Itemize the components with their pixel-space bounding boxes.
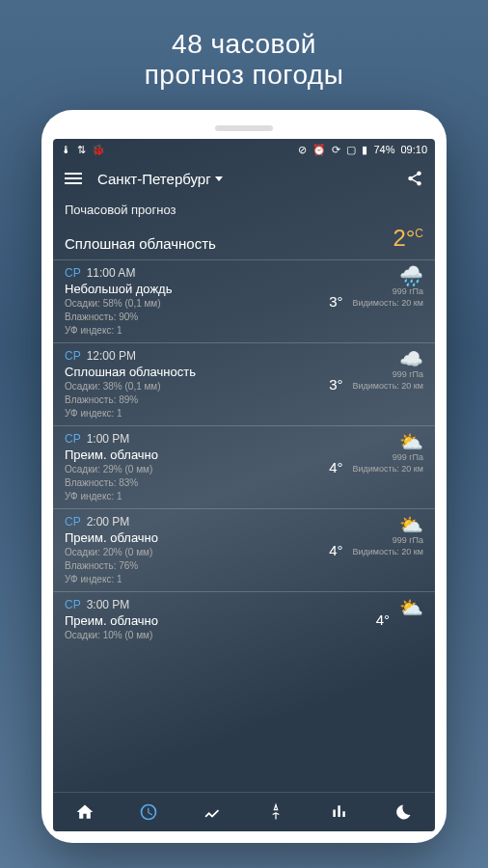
hourly-row[interactable]: СР1:00 PMПреим. облачноОсадки: 29% (0 мм… (53, 425, 435, 508)
condition-label: Преим. облачно (65, 530, 319, 545)
hour-temp: 3° (329, 293, 342, 310)
humidity-label: Влажность: 89% (65, 393, 319, 406)
phone-frame: 🌡 ⇅ 🐞 ⊘ ⏰ ⟳ ▢ ▮ 74% 09:10 Санкт-Петербур… (41, 110, 447, 843)
weather-icon: ⛅ (399, 598, 423, 617)
hourly-row[interactable]: СР12:00 PMСплошная облачностьОсадки: 38%… (53, 342, 435, 425)
weather-icon: ⛅ (399, 515, 423, 534)
uv-label: УФ индекс: 1 (65, 407, 319, 420)
battery-percent: 74% (373, 144, 394, 155)
bottom-nav (53, 792, 435, 831)
condition-label: Небольшой дождь (65, 282, 319, 296)
visibility-label: Видимость: 20 км (353, 464, 423, 475)
weather-icon: ⛅ (399, 432, 423, 451)
weather-icon: 🌧️ (399, 266, 423, 285)
humidity-label: Влажность: 83% (65, 476, 319, 489)
precip-label: Осадки: 58% (0,1 мм) (65, 297, 319, 310)
nav-graph[interactable] (203, 802, 222, 822)
time-label: 12:00 PM (87, 349, 136, 363)
weather-icon: ☁️ (399, 349, 423, 368)
hourly-row[interactable]: СР11:00 AMНебольшой дождьОсадки: 58% (0,… (53, 259, 435, 342)
time-label: 2:00 PM (87, 515, 130, 529)
hour-temp: 3° (329, 376, 342, 393)
visibility-label: Видимость: 20 км (353, 381, 423, 392)
current-temp: 2°C (393, 225, 423, 252)
nav-hourly[interactable] (139, 802, 158, 822)
humidity-label: Влажность: 76% (65, 559, 319, 572)
precip-label: Осадки: 38% (0,1 мм) (65, 380, 319, 393)
menu-button[interactable] (65, 173, 82, 184)
usb-icon: ⇅ (77, 144, 86, 156)
no-sign-icon: ⊘ (298, 144, 307, 156)
nav-night[interactable] (393, 802, 413, 822)
temperature-icon: 🌡 (61, 144, 71, 156)
sync-icon: ⟳ (332, 144, 340, 156)
location-name: Санкт-Петербург (97, 171, 211, 187)
time-label: 11:00 AM (87, 266, 136, 280)
current-conditions: Сплошная облачность 2°C (53, 223, 435, 259)
time-label: 1:00 PM (87, 432, 130, 446)
clock: 09:10 (400, 144, 427, 155)
pressure-label: 999 гПа (393, 452, 423, 463)
precip-label: Осадки: 29% (0 мм) (65, 463, 319, 475)
hourly-list[interactable]: СР11:00 AMНебольшой дождьОсадки: 58% (0,… (53, 259, 435, 792)
nav-home[interactable] (75, 802, 95, 822)
precip-label: Осадки: 20% (0 мм) (65, 546, 319, 558)
location-selector[interactable]: Санкт-Петербург (97, 171, 223, 187)
promo-text: 48 часовой прогноз погоды (125, 0, 364, 110)
uv-label: УФ индекс: 1 (65, 490, 319, 502)
condition-label: Преим. облачно (65, 448, 319, 462)
current-desc: Сплошная облачность (65, 235, 216, 252)
day-label: СР (65, 266, 81, 280)
day-label: СР (65, 598, 81, 611)
precip-label: Осадки: 10% (0 мм) (65, 629, 366, 641)
uv-label: УФ индекс: 1 (65, 573, 319, 585)
condition-label: Сплошная облачность (65, 365, 319, 379)
no-sim-icon: ▢ (346, 144, 356, 156)
hourly-row[interactable]: СР2:00 PMПреим. облачноОсадки: 20% (0 мм… (53, 508, 435, 591)
section-title: Почасовой прогноз (53, 197, 435, 223)
pressure-label: 999 гПа (393, 369, 423, 380)
hour-temp: 4° (329, 459, 342, 475)
hourly-row[interactable]: СР3:00 PMПреим. облачноОсадки: 10% (0 мм… (53, 591, 435, 647)
status-bar: 🌡 ⇅ 🐞 ⊘ ⏰ ⟳ ▢ ▮ 74% 09:10 (53, 139, 435, 160)
day-label: СР (65, 349, 81, 363)
app-bar: Санкт-Петербург (53, 160, 435, 197)
chevron-down-icon (215, 176, 223, 181)
share-button[interactable] (406, 170, 423, 187)
humidity-label: Влажность: 90% (65, 311, 319, 323)
pressure-label: 999 гПа (393, 286, 423, 297)
hour-temp: 4° (376, 611, 390, 628)
time-label: 3:00 PM (87, 598, 130, 611)
day-label: СР (65, 515, 81, 529)
debug-icon: 🐞 (92, 144, 105, 156)
visibility-label: Видимость: 20 км (353, 298, 423, 309)
nav-stats[interactable] (330, 802, 349, 822)
visibility-label: Видимость: 20 км (353, 547, 423, 557)
nav-wind[interactable] (266, 802, 285, 822)
uv-label: УФ индекс: 1 (65, 324, 319, 337)
day-label: СР (65, 432, 81, 446)
app-screen: 🌡 ⇅ 🐞 ⊘ ⏰ ⟳ ▢ ▮ 74% 09:10 Санкт-Петербур… (53, 139, 435, 831)
battery-icon: ▮ (362, 144, 367, 156)
pressure-label: 999 гПа (393, 535, 423, 546)
hour-temp: 4° (329, 542, 342, 558)
condition-label: Преим. облачно (65, 613, 366, 628)
alarm-icon: ⏰ (312, 144, 326, 156)
phone-speaker (215, 125, 273, 131)
